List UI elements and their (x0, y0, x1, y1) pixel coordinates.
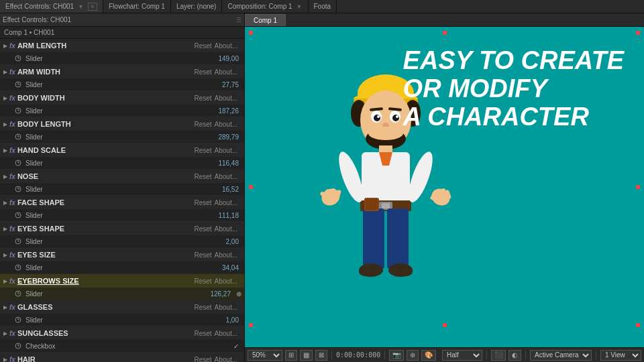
reset-button[interactable]: Reset (194, 330, 211, 337)
nose-header[interactable]: ▶ fx NOSE Reset About... (0, 170, 244, 183)
body-length-header[interactable]: ▶ fx BODY LENGTH Reset About... (0, 117, 244, 131)
about-button[interactable]: About... (215, 68, 237, 76)
about-button[interactable]: About... (215, 199, 237, 206)
clock-icon (13, 80, 23, 89)
separator (596, 351, 596, 360)
arm-width-header[interactable]: ▶ fx ARM WIDTH Reset About... (0, 65, 244, 78)
svg-point-62 (368, 127, 403, 140)
reset-button[interactable]: Reset (194, 95, 211, 102)
output-options-button[interactable]: ⊕ (407, 350, 419, 361)
about-button[interactable]: About... (215, 251, 237, 259)
reset-button[interactable]: Reset (194, 225, 211, 233)
face-shape-header[interactable]: ▶ fx FACE SHAPE Reset About... (0, 196, 244, 209)
flowchart-tab[interactable]: Flowchart: Comp 1 (103, 0, 171, 13)
reset-button[interactable]: Reset (194, 356, 211, 363)
layer-tab[interactable]: Layer: (none) (171, 0, 222, 13)
corner-dot-ml (249, 185, 253, 189)
comp1-tab[interactable]: Comp 1 (245, 14, 286, 26)
about-button[interactable]: About... (215, 173, 237, 180)
reset-button[interactable]: Reset (194, 251, 211, 259)
comp-viewport: EASY TO CREATE OR MODIFY A CHARACTER (245, 27, 644, 347)
body-length-slider: Slider 289,79 (0, 131, 244, 143)
reset-button[interactable]: Reset (194, 147, 211, 154)
about-button[interactable]: About... (215, 95, 237, 102)
reset-button[interactable]: Reset (194, 173, 211, 180)
expand-arrow: ▶ (1, 174, 9, 180)
drag-icon: ⊕ (236, 290, 241, 298)
eyes-size-group: ▶ fx EYES SIZE Reset About... Slider 34,… (0, 248, 244, 274)
reset-button[interactable]: Reset (194, 199, 211, 206)
svg-rect-81 (363, 208, 384, 269)
transparency-button[interactable]: ⊠ (315, 350, 327, 361)
face-shape-slider: Slider 111,18 (0, 209, 244, 221)
camera-button[interactable]: 📷 (389, 350, 404, 361)
expand-arrow: ▶ (1, 357, 9, 363)
expand-arrow: ▶ (1, 69, 9, 75)
svg-point-86 (399, 267, 413, 276)
main-area: Effect Controls: CH001 ☰ Comp 1 • CH001 … (0, 13, 644, 362)
eyes-size-header[interactable]: ▶ fx EYES SIZE Reset About... (0, 248, 244, 261)
panel-menu-icon[interactable]: ☰ (236, 17, 241, 23)
about-button[interactable]: About... (215, 304, 237, 311)
layer-path: Comp 1 • CH001 (0, 27, 244, 39)
face-shape-group: ▶ fx FACE SHAPE Reset About... Slider 11… (0, 196, 244, 222)
reset-button[interactable]: Reset (194, 278, 211, 285)
hand-scale-header[interactable]: ▶ fx HAND SCALE Reset About... (0, 143, 244, 157)
comp-tabs: Comp 1 (245, 13, 644, 27)
arm-length-header[interactable]: ▶ fx ARM LENGTH Reset About... (0, 39, 244, 52)
top-bar: Effect Controls: CH001 ▼ ✕ Flowchart: Co… (0, 0, 644, 13)
reset-button[interactable]: Reset (194, 304, 211, 311)
view-mode-select[interactable]: 1 View 2 Views 4 Views (600, 350, 641, 361)
separator (525, 351, 526, 360)
about-button[interactable]: About... (215, 147, 237, 154)
svg-rect-88 (366, 199, 378, 210)
fit-button[interactable]: ⊞ (285, 350, 297, 361)
effect-controls-panel: Effect Controls: CH001 ☰ Comp 1 • CH001 … (0, 13, 245, 362)
sunglasses-header[interactable]: ▶ fx SUNGLASSES Reset About... (0, 326, 244, 340)
body-width-group: ▶ fx BODY WIDTH Reset About... Slider 18… (0, 91, 244, 117)
about-button[interactable]: About... (215, 121, 237, 128)
separator (331, 351, 332, 360)
reset-button[interactable]: Reset (194, 121, 211, 128)
footage-tab[interactable]: Foota (309, 0, 337, 13)
reset-button[interactable]: Reset (194, 42, 211, 50)
hair-header[interactable]: ▶ fx HAIR Reset About... (0, 353, 244, 362)
sunglasses-checkbox-row: Checkbox ✓ (0, 340, 244, 352)
bottom-toolbar: 50% 100% 25% ⊞ ▦ ⊠ 0:00:00:000 📷 ⊕ 🎨 Hal… (245, 347, 644, 362)
expand-arrow: ▶ (1, 121, 9, 127)
nose-group: ▶ fx NOSE Reset About... Slider 16,52 (0, 170, 244, 196)
eyebrows-size-header[interactable]: ▶ fx EYEBROWS SIZE Reset About... (0, 274, 244, 288)
zoom-select[interactable]: 50% 100% 25% (248, 350, 282, 361)
clock-icon (13, 54, 23, 63)
about-button[interactable]: About... (215, 42, 237, 50)
color-button[interactable]: 🎨 (421, 350, 436, 361)
about-button[interactable]: About... (215, 356, 237, 363)
expand-arrow: ▶ (1, 330, 9, 337)
clock-icon (13, 341, 23, 351)
exposure-button[interactable]: ◐ (508, 350, 521, 361)
corner-dot-bl (249, 323, 253, 327)
reset-button[interactable]: Reset (194, 68, 211, 76)
clock-icon (13, 263, 23, 272)
eyebrows-size-slider: Slider 126,27 ⊕ (0, 288, 244, 300)
composition-tab[interactable]: Composition: Comp 1 ▼ (222, 0, 308, 13)
quality-select[interactable]: Half Full Quarter (442, 350, 482, 361)
effect-controls-tab[interactable]: Effect Controls: CH001 ▼ ✕ (0, 0, 103, 13)
clock-icon (13, 237, 23, 246)
view-select[interactable]: Active Camera Camera 1 Top (530, 350, 592, 361)
about-button[interactable]: About... (215, 225, 237, 233)
about-button[interactable]: About... (215, 330, 237, 337)
glasses-header[interactable]: ▶ fx GLASSES Reset About... (0, 300, 244, 314)
glasses-slider: Slider 1,00 (0, 314, 244, 326)
comp-text-overlay: EASY TO CREATE OR MODIFY A CHARACTER (403, 47, 624, 131)
about-button[interactable]: About... (215, 278, 237, 285)
body-width-header[interactable]: ▶ fx BODY WIDTH Reset About... (0, 91, 244, 105)
effects-list: ▶ fx ARM LENGTH Reset About... Slider 14… (0, 39, 244, 362)
left-panel-header: Effect Controls: CH001 ☰ (0, 13, 244, 27)
expand-arrow: ▶ (1, 43, 9, 49)
expand-arrow: ▶ (1, 95, 9, 101)
expand-arrow: ▶ (1, 304, 9, 310)
channels-button[interactable]: ⬛ (491, 350, 506, 361)
eyes-shape-header[interactable]: ▶ fx EYES SHAPE Reset About... (0, 222, 244, 235)
safe-zones-button[interactable]: ▦ (300, 350, 313, 361)
